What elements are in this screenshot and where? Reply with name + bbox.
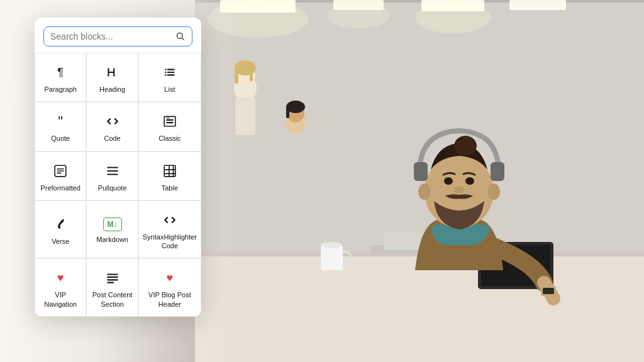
block-label-pullquote: Pullquote (98, 184, 127, 192)
block-label-quote: Quote (51, 134, 70, 143)
pullquote-icon (104, 162, 121, 180)
block-item-post-content[interactable]: Post Content Section (86, 258, 138, 317)
svg-rect-46 (165, 69, 166, 70)
table-icon (161, 162, 179, 180)
block-item-paragraph[interactable]: ¶ Paragraph (35, 53, 86, 102)
vip-nav-icon: ♥ (52, 269, 69, 287)
block-label-table: Table (162, 184, 178, 192)
heading-icon (104, 63, 121, 81)
svg-rect-45 (167, 74, 174, 75)
svg-point-27 (454, 186, 464, 194)
svg-point-41 (177, 33, 182, 38)
markdown-icon: M↓ (103, 217, 122, 231)
classic-icon (161, 112, 179, 130)
svg-rect-47 (165, 72, 166, 73)
svg-rect-51 (166, 122, 173, 123)
svg-rect-18 (286, 107, 289, 118)
search-icon (175, 31, 186, 41)
paragraph-icon: ¶ (52, 63, 69, 81)
block-item-markdown[interactable]: M↓ Markdown (86, 200, 138, 259)
block-label-vip-blog: VIP Blog Post Header (143, 290, 197, 309)
svg-rect-57 (107, 167, 118, 168)
search-bar (35, 18, 201, 53)
block-item-verse[interactable]: Verse (35, 200, 86, 259)
svg-rect-36 (491, 162, 504, 181)
svg-rect-65 (107, 274, 118, 275)
block-item-vip-blog[interactable]: ♥ VIP Blog Post Header (138, 258, 201, 317)
preformatted-icon (52, 162, 69, 180)
verse-icon (52, 216, 69, 233)
svg-rect-67 (107, 280, 118, 281)
post-content-icon (104, 269, 121, 287)
list-icon (161, 63, 179, 81)
block-item-code[interactable]: Code (86, 102, 138, 151)
block-item-quote[interactable]: " Quote (35, 102, 86, 151)
svg-point-6 (208, 0, 308, 38)
block-label-code: Code (104, 134, 120, 143)
svg-rect-13 (235, 68, 238, 84)
svg-rect-10 (235, 97, 255, 135)
svg-rect-52 (166, 118, 170, 119)
svg-point-8 (415, 2, 491, 33)
svg-point-32 (487, 184, 500, 200)
svg-rect-43 (167, 69, 174, 70)
block-item-table[interactable]: Table (138, 151, 201, 200)
svg-rect-50 (166, 119, 173, 121)
block-label-classic: Classic (158, 134, 180, 143)
svg-rect-66 (107, 277, 118, 278)
search-input-wrap[interactable] (43, 26, 192, 47)
block-label-vip-nav: VIP Navigation (39, 290, 82, 309)
blocks-grid: ¶ Paragraph Heading List (35, 53, 201, 317)
block-item-heading[interactable]: Heading (86, 53, 138, 102)
block-label-verse: Verse (52, 237, 69, 246)
svg-rect-68 (107, 282, 114, 283)
office-illustration (195, 0, 644, 362)
quote-icon: " (52, 112, 69, 130)
svg-rect-14 (250, 68, 253, 82)
svg-rect-59 (107, 173, 118, 175)
block-item-syntax[interactable]: SyntaxHighlighter Code (138, 200, 201, 259)
svg-point-7 (327, 3, 390, 28)
syntax-icon (161, 211, 179, 229)
svg-point-28 (444, 177, 453, 185)
vip-blog-icon: ♥ (161, 269, 179, 287)
block-label-preformatted: Preformatted (40, 184, 80, 192)
block-label-paragraph: Paragraph (45, 85, 77, 94)
svg-rect-44 (167, 72, 174, 73)
block-picker-panel: ¶ Paragraph Heading List (35, 18, 201, 317)
svg-point-29 (465, 177, 474, 185)
block-label-syntax: SyntaxHighlighter Code (143, 233, 197, 251)
code-icon (104, 112, 121, 130)
svg-rect-38 (543, 288, 554, 294)
svg-rect-34 (414, 162, 428, 181)
search-input[interactable] (50, 31, 172, 41)
block-item-list[interactable]: List (138, 53, 201, 102)
svg-point-30 (454, 136, 477, 156)
block-item-pullquote[interactable]: Pullquote (86, 151, 138, 200)
svg-rect-58 (107, 170, 118, 171)
svg-rect-49 (164, 117, 175, 126)
block-label-heading: Heading (99, 85, 125, 94)
svg-point-40 (321, 242, 342, 248)
svg-point-31 (418, 184, 431, 200)
block-label-markdown: Markdown (96, 235, 128, 244)
block-label-list: List (164, 85, 175, 94)
block-label-post-content: Post Content Section (91, 290, 133, 309)
block-item-vip-nav[interactable]: ♥ VIP Navigation (35, 258, 86, 317)
svg-rect-48 (165, 74, 166, 75)
block-item-preformatted[interactable]: Preformatted (35, 151, 86, 200)
svg-line-42 (182, 38, 184, 40)
block-item-classic[interactable]: Classic (138, 102, 201, 151)
svg-rect-5 (509, 0, 566, 10)
svg-rect-39 (321, 245, 343, 270)
